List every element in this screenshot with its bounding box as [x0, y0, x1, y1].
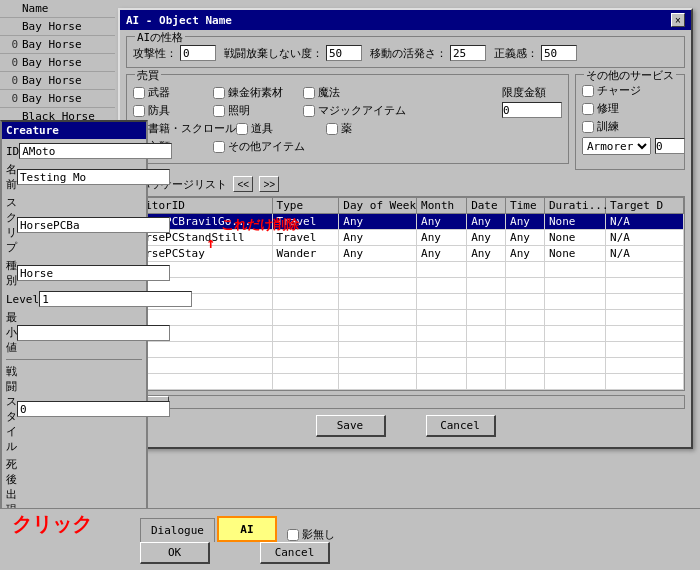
creature-id-row: ID: [6, 143, 142, 159]
list-item[interactable]: 0 Bay Horse: [0, 90, 115, 108]
table-cell[interactable]: Any: [467, 214, 506, 230]
buki-check[interactable]: [133, 87, 145, 99]
shadow-check-row: 影無し: [287, 527, 335, 542]
empty-cell: [467, 374, 506, 390]
table-cell[interactable]: Any: [506, 214, 545, 230]
table-cell[interactable]: Any: [467, 246, 506, 262]
tab-ai[interactable]: AI: [217, 516, 277, 542]
empty-cell: [339, 342, 417, 358]
creature-level-input[interactable]: [39, 291, 192, 307]
bogu-check[interactable]: [133, 105, 145, 117]
creature-script-label: スクリプ: [6, 195, 17, 255]
magic-item-check[interactable]: [303, 105, 315, 117]
dogu-check[interactable]: [236, 123, 248, 135]
other-item-check[interactable]: [213, 141, 225, 153]
table-cell[interactable]: Any: [506, 246, 545, 262]
armorer-value[interactable]: [655, 138, 685, 154]
maho-check[interactable]: [303, 87, 315, 99]
empty-cell: [544, 342, 605, 358]
table-cell[interactable]: None: [544, 214, 605, 230]
table-cell[interactable]: Any: [467, 230, 506, 246]
moral-label: 正義感：: [494, 46, 538, 61]
table-cell[interactable]: Any: [417, 214, 467, 230]
retreat-input[interactable]: [326, 45, 362, 61]
moral-input[interactable]: [541, 45, 577, 61]
empty-cell: [506, 278, 545, 294]
empty-cell: [606, 278, 684, 294]
tab-dialogue[interactable]: Dialogue: [140, 518, 215, 542]
creature-type-row: 種別: [6, 258, 142, 288]
list-item[interactable]: 0 Bay Horse: [0, 72, 115, 90]
table-row[interactable]: HorsePCStayWanderAnyAnyAnyAnyNoneN/A: [128, 246, 684, 262]
table-cell[interactable]: Wander: [272, 246, 339, 262]
repair-check[interactable]: [582, 103, 594, 115]
empty-cell: [506, 310, 545, 326]
empty-cell: [272, 342, 339, 358]
ok-button[interactable]: OK: [140, 542, 210, 564]
table-cell[interactable]: N/A: [606, 230, 684, 246]
creature-min-input[interactable]: [17, 325, 170, 341]
training-row: 訓練: [582, 119, 678, 134]
table-cell[interactable]: Travel: [272, 230, 339, 246]
cancel-button[interactable]: Cancel: [426, 415, 496, 437]
table-cell[interactable]: Any: [417, 230, 467, 246]
list-item[interactable]: 0 Bay Horse: [0, 36, 115, 54]
empty-cell: [417, 310, 467, 326]
mobility-input[interactable]: [450, 45, 486, 61]
armorer-select[interactable]: Armorer: [582, 137, 651, 155]
empty-cell: [506, 358, 545, 374]
selling-label: 売買: [135, 68, 161, 83]
table-cell[interactable]: None: [544, 230, 605, 246]
kusuri-label: 薬: [341, 121, 352, 136]
prev-button[interactable]: <<: [233, 176, 253, 192]
creature-battle-input[interactable]: [17, 401, 170, 417]
table-cell[interactable]: Any: [339, 214, 417, 230]
table-cell[interactable]: Any: [417, 246, 467, 262]
table-cell[interactable]: Any: [339, 246, 417, 262]
charge-check[interactable]: [582, 85, 594, 97]
creature-header: Creature: [2, 122, 146, 139]
table-cell[interactable]: N/A: [606, 214, 684, 230]
table-scrollbar[interactable]: [126, 395, 685, 409]
empty-cell: [417, 374, 467, 390]
table-cell[interactable]: Travel: [272, 214, 339, 230]
table-cell[interactable]: N/A: [606, 246, 684, 262]
empty-cell: [272, 310, 339, 326]
creature-script-input[interactable]: [17, 217, 170, 233]
creature-id-input[interactable]: [19, 143, 172, 159]
empty-cell: [339, 358, 417, 374]
list-item[interactable]: Bay Horse: [0, 18, 115, 36]
empty-cell: [506, 326, 545, 342]
table-row[interactable]: HorsePCBravilGo...TravelAnyAnyAnyAnyNone…: [128, 214, 684, 230]
empty-cell: [339, 262, 417, 278]
creature-type-input[interactable]: [17, 265, 170, 281]
close-button[interactable]: ×: [671, 13, 685, 27]
save-button[interactable]: Save: [316, 415, 386, 437]
kinko-input[interactable]: [502, 102, 562, 118]
empty-cell: [128, 310, 273, 326]
table-cell[interactable]: HorsePCStay: [128, 246, 273, 262]
empty-cell: [544, 358, 605, 374]
kinko-box: 限度金額: [502, 85, 562, 157]
list-item[interactable]: 0 Bay Horse: [0, 54, 115, 72]
creature-name-input[interactable]: [17, 169, 170, 185]
kusuri-check[interactable]: [326, 123, 338, 135]
table-cell[interactable]: None: [544, 246, 605, 262]
moral-group: 正義感：: [494, 45, 577, 61]
table-cell[interactable]: Any: [339, 230, 417, 246]
aggression-input[interactable]: [180, 45, 216, 61]
creature-name-row: 名前: [6, 162, 142, 192]
table-row-empty: [128, 262, 684, 278]
table-cell[interactable]: Any: [506, 230, 545, 246]
training-check[interactable]: [582, 121, 594, 133]
renkin-check[interactable]: [213, 87, 225, 99]
training-label: 訓練: [597, 119, 619, 134]
empty-cell: [506, 342, 545, 358]
other-item-label: その他アイテム: [228, 139, 305, 154]
next-button[interactable]: >>: [259, 176, 279, 192]
shomei-check[interactable]: [213, 105, 225, 117]
cancel-bottom-button[interactable]: Cancel: [260, 542, 330, 564]
table-row[interactable]: HorsePCStandStillTravelAnyAnyAnyAnyNoneN…: [128, 230, 684, 246]
shadow-main-check[interactable]: [287, 529, 299, 541]
empty-cell: [606, 374, 684, 390]
